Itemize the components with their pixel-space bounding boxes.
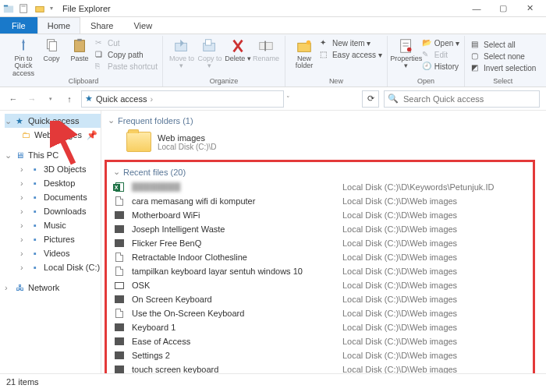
- search-input[interactable]: [402, 94, 536, 104]
- recent-file-item[interactable]: Motherboard WiFiLocal Disk (C:)\D\Web im…: [113, 208, 526, 222]
- file-icon: [113, 252, 126, 263]
- file-name: ████████: [132, 182, 336, 192]
- tree-item-videos[interactable]: ›▪Videos: [5, 246, 101, 260]
- breadcrumb-location[interactable]: Quick access: [96, 94, 147, 104]
- easy-access-button[interactable]: ⬚Easy access ▾: [320, 49, 382, 60]
- recent-files-header[interactable]: ⌄Recent files (20): [113, 167, 526, 177]
- qat-dropdown-icon[interactable]: ▾: [50, 5, 53, 12]
- minimize-button[interactable]: —: [463, 0, 490, 17]
- file-path: Local Disk (C:)\D\Web images: [342, 224, 457, 234]
- tree-web-images[interactable]: 🗀Web images📌: [5, 128, 101, 142]
- maximize-button[interactable]: ▢: [490, 0, 516, 17]
- file-name: Keyboard 1: [132, 323, 336, 332]
- frequent-folders-header[interactable]: ⌄Frequent folders (1): [108, 115, 540, 125]
- address-dropdown-icon[interactable]: ˅: [286, 95, 290, 103]
- file-icon: [113, 182, 126, 192]
- tree-this-pc[interactable]: ⌄🖥This PC: [5, 148, 101, 162]
- tree-item-music[interactable]: ›▪Music: [5, 218, 101, 232]
- back-button[interactable]: ←: [6, 90, 20, 108]
- recent-file-item[interactable]: tampilkan keyboard layar sentuh windows …: [113, 264, 526, 278]
- tree-item-local-disk-c-[interactable]: ›▪Local Disk (C:): [5, 260, 101, 274]
- file-name: Flicker Free BenQ: [132, 238, 336, 248]
- app-icon: [3, 3, 14, 14]
- paste-shortcut-button[interactable]: ⎘Paste shortcut: [95, 61, 158, 72]
- history-button[interactable]: 🕘History: [422, 61, 459, 72]
- properties-button[interactable]: Properties ▾: [392, 36, 420, 70]
- file-name: OSK: [132, 281, 336, 290]
- tab-file[interactable]: File: [0, 17, 37, 34]
- recent-file-item[interactable]: touch screen keyboardLocal Disk (C:)\D\W…: [113, 362, 526, 373]
- tree-quick-access[interactable]: ⌄★Quick access: [5, 114, 101, 128]
- file-icon: [113, 280, 126, 291]
- file-icon: [113, 308, 126, 319]
- recent-file-item[interactable]: cara memasang wifi di komputerLocal Disk…: [113, 194, 526, 208]
- move-to-button[interactable]: Move to ▾: [168, 36, 196, 70]
- tree-item-desktop[interactable]: ›▪Desktop: [5, 176, 101, 190]
- tree-item-downloads[interactable]: ›▪Downloads: [5, 204, 101, 218]
- recent-file-item[interactable]: Use the On-Screen KeyboardLocal Disk (C:…: [113, 306, 526, 320]
- file-path: Local Disk (C:)\D\Web images: [342, 210, 457, 220]
- tree-item-documents[interactable]: ›▪Documents: [5, 190, 101, 204]
- recent-files-highlight-box: ⌄Recent files (20) ████████Local Disk (C…: [105, 160, 535, 373]
- file-icon: [113, 238, 126, 249]
- group-label-organize: Organize: [168, 77, 280, 87]
- new-folder-button[interactable]: New folder: [290, 36, 318, 70]
- up-button[interactable]: ↑: [62, 90, 76, 108]
- select-none-button[interactable]: ▢Select none: [471, 51, 536, 62]
- file-path: Local Disk (C:)\D\Keywords\Petunjuk.ID: [342, 182, 494, 192]
- recent-file-item[interactable]: ████████Local Disk (C:)\D\Keywords\Petun…: [113, 180, 526, 194]
- breadcrumb-sep-icon[interactable]: ›: [150, 94, 153, 104]
- open-dropdown-button[interactable]: 📂Open ▾: [422, 37, 459, 48]
- tree-network[interactable]: ›🖧Network: [5, 281, 101, 295]
- forward-button[interactable]: →: [25, 90, 39, 108]
- delete-button[interactable]: Delete ▾: [224, 36, 252, 62]
- status-bar: 21 items: [0, 373, 546, 389]
- group-organize: Move to ▾ Copy to ▾ Delete ▾ Rename Orga…: [163, 36, 285, 87]
- ribbon-tabs: File Home Share View: [0, 17, 546, 34]
- cut-button[interactable]: ✂Cut: [95, 37, 158, 48]
- pin-to-quick-access-button[interactable]: Pin to Quick access: [9, 36, 37, 77]
- recent-file-item[interactable]: OSKLocal Disk (C:)\D\Web images: [113, 278, 526, 292]
- paste-button[interactable]: Paste: [66, 36, 94, 62]
- refresh-button[interactable]: ⟳: [362, 90, 379, 108]
- recent-file-item[interactable]: Joseph Intelligent WasteLocal Disk (C:)\…: [113, 222, 526, 236]
- window-title: File Explorer: [62, 4, 111, 13]
- recent-file-item[interactable]: Keyboard 1Local Disk (C:)\D\Web images: [113, 320, 526, 334]
- tree-item-pictures[interactable]: ›▪Pictures: [5, 232, 101, 246]
- frequent-folder-path: Local Disk (C:)\D: [158, 143, 217, 151]
- copy-path-button[interactable]: ❏Copy path: [95, 49, 158, 60]
- file-path: Local Disk (C:)\D\Web images: [342, 267, 457, 276]
- edit-button[interactable]: ✎Edit: [422, 49, 459, 60]
- new-item-button[interactable]: ✦New item ▾: [320, 37, 382, 48]
- copy-button[interactable]: Copy: [37, 36, 66, 62]
- tree-item-3d-objects[interactable]: ›▪3D Objects: [5, 162, 101, 176]
- invert-selection-button[interactable]: ◩Invert selection: [471, 62, 536, 73]
- file-name: Motherboard WiFi: [132, 210, 336, 220]
- recent-file-item[interactable]: Flicker Free BenQLocal Disk (C:)\D\Web i…: [113, 236, 526, 250]
- file-icon: [113, 336, 126, 347]
- tab-share[interactable]: Share: [80, 17, 123, 34]
- qat-new-folder-icon[interactable]: [34, 3, 45, 14]
- copy-to-button[interactable]: Copy to ▾: [196, 36, 224, 70]
- frequent-folder-item[interactable]: Web images Local Disk (C:)\D: [108, 129, 540, 160]
- tab-home[interactable]: Home: [37, 17, 80, 34]
- recent-locations-button[interactable]: ▾: [44, 90, 58, 108]
- qat-properties-icon[interactable]: [19, 3, 30, 14]
- title-bar: ▾ File Explorer — ▢ ✕: [0, 0, 546, 17]
- close-button[interactable]: ✕: [516, 0, 543, 17]
- rename-button[interactable]: Rename: [252, 36, 280, 62]
- content-pane: ⌄Frequent folders (1) Web images Local D…: [101, 111, 546, 373]
- search-icon: 🔍: [388, 94, 399, 104]
- search-box[interactable]: 🔍: [384, 90, 540, 108]
- tab-view[interactable]: View: [123, 17, 162, 34]
- file-path: Local Disk (C:)\D\Web images: [342, 295, 457, 304]
- recent-file-item[interactable]: Settings 2Local Disk (C:)\D\Web images: [113, 348, 526, 362]
- svg-rect-11: [205, 40, 211, 45]
- address-bar[interactable]: ★ Quick access ›: [81, 90, 284, 108]
- file-icon: [113, 364, 126, 373]
- file-icon: [113, 322, 126, 333]
- select-all-button[interactable]: ▤Select all: [471, 39, 536, 50]
- recent-file-item[interactable]: Retractable Indoor ClotheslineLocal Disk…: [113, 250, 526, 264]
- recent-file-item[interactable]: On Screen KeyboardLocal Disk (C:)\D\Web …: [113, 292, 526, 306]
- recent-file-item[interactable]: Ease of AccessLocal Disk (C:)\D\Web imag…: [113, 334, 526, 348]
